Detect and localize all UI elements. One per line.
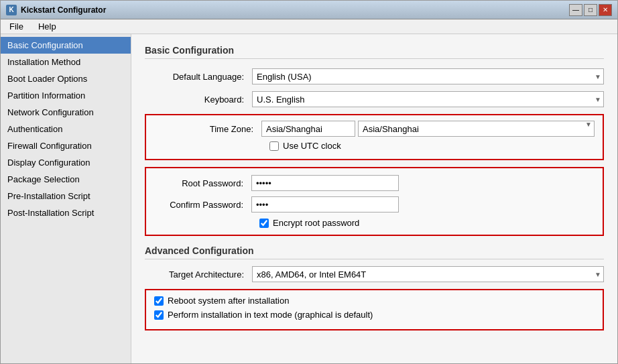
- confirm-password-label: Confirm Password:: [154, 200, 251, 210]
- minimize-button[interactable]: —: [569, 4, 582, 16]
- default-language-row: Default Language: English (USA) ▼: [145, 68, 604, 84]
- reboot-row: Reboot system after installation: [154, 296, 595, 306]
- sidebar-label-network-configuration: Network Configuration: [7, 107, 94, 117]
- target-arch-control: x86, AMD64, or Intel EM64T ▼: [252, 266, 604, 282]
- sidebar-item-firewall-configuration[interactable]: Firewall Configuration: [1, 137, 131, 154]
- target-arch-row: Target Architecture: x86, AMD64, or Inte…: [145, 266, 604, 282]
- utc-checkbox-label[interactable]: Use UTC clock: [269, 141, 595, 151]
- menu-file[interactable]: File: [3, 19, 29, 34]
- confirm-password-input[interactable]: [251, 196, 399, 213]
- sidebar-item-package-selection[interactable]: Package Selection: [1, 171, 131, 188]
- encrypt-label-text: Encrypt root password: [273, 218, 359, 228]
- title-bar: K Kickstart Configurator — □ ✕: [1, 1, 617, 19]
- root-password-input[interactable]: [251, 175, 399, 191]
- sidebar-label-boot-loader-options: Boot Loader Options: [7, 74, 87, 84]
- sidebar-item-partition-information[interactable]: Partition Information: [1, 87, 131, 104]
- text-mode-row: Perform installation in text mode (graph…: [154, 310, 595, 320]
- sidebar-label-pre-installation-script: Pre-Installation Script: [7, 191, 90, 201]
- encrypt-checkbox[interactable]: [259, 219, 269, 228]
- timezone-input[interactable]: [261, 121, 355, 137]
- main-content: Basic Configuration Installation Method …: [1, 34, 617, 363]
- sidebar-label-authentication: Authentication: [7, 124, 62, 134]
- sidebar-item-display-configuration[interactable]: Display Configuration: [1, 154, 131, 171]
- default-language-select[interactable]: English (USA): [252, 68, 604, 84]
- content-area: Basic Configuration Default Language: En…: [131, 34, 617, 363]
- timezone-select-wrapper: Asia/Shanghai ▼: [358, 121, 595, 137]
- app-icon: K: [6, 5, 17, 15]
- sidebar-label-basic-configuration: Basic Configuration: [7, 40, 83, 50]
- utc-row: Use UTC clock: [154, 141, 595, 151]
- keyboard-control: U.S. English ▼: [252, 91, 604, 107]
- close-button[interactable]: ✕: [599, 4, 612, 16]
- sidebar-item-post-installation-script[interactable]: Post-Installation Script: [1, 204, 131, 221]
- sidebar-item-installation-method[interactable]: Installation Method: [1, 54, 131, 70]
- timezone-row: Time Zone: Asia/Shanghai ▼: [154, 121, 595, 137]
- target-arch-select-wrapper: x86, AMD64, or Intel EM64T ▼: [252, 266, 604, 282]
- title-bar-left: K Kickstart Configurator: [6, 5, 106, 15]
- root-password-row: Root Password:: [154, 175, 595, 191]
- password-highlighted-box: Root Password: Confirm Password: Encrypt…: [145, 167, 604, 236]
- target-arch-label: Target Architecture:: [145, 269, 252, 280]
- keyboard-select[interactable]: U.S. English: [252, 91, 604, 107]
- basic-config-title: Basic Configuration: [145, 45, 604, 59]
- reboot-label-text: Reboot system after installation: [168, 296, 289, 306]
- keyboard-row: Keyboard: U.S. English ▼: [145, 91, 604, 107]
- sidebar-label-installation-method: Installation Method: [7, 57, 80, 67]
- sidebar: Basic Configuration Installation Method …: [1, 34, 131, 363]
- advanced-config-title: Advanced Configuration: [145, 245, 604, 259]
- sidebar-label-package-selection: Package Selection: [7, 174, 80, 184]
- text-mode-checkbox[interactable]: [154, 310, 164, 320]
- sidebar-label-post-installation-script: Post-Installation Script: [7, 208, 94, 218]
- text-mode-label-text: Perform installation in text mode (graph…: [168, 310, 373, 320]
- default-language-select-wrapper: English (USA) ▼: [252, 68, 604, 84]
- window-title: Kickstart Configurator: [21, 5, 106, 15]
- encrypt-checkbox-label[interactable]: Encrypt root password: [259, 218, 595, 228]
- sidebar-item-basic-configuration[interactable]: Basic Configuration: [1, 37, 131, 54]
- keyboard-label: Keyboard:: [145, 95, 252, 105]
- window-controls: — □ ✕: [569, 4, 612, 16]
- sidebar-label-firewall-configuration: Firewall Configuration: [7, 141, 92, 151]
- keyboard-select-wrapper: U.S. English ▼: [252, 91, 604, 107]
- utc-checkbox[interactable]: [269, 141, 279, 151]
- sidebar-item-authentication[interactable]: Authentication: [1, 121, 131, 137]
- reboot-checkbox-label[interactable]: Reboot system after installation: [154, 296, 289, 306]
- default-language-control: English (USA) ▼: [252, 68, 604, 84]
- encrypt-row: Encrypt root password: [154, 218, 595, 228]
- menu-bar: File Help: [1, 19, 617, 34]
- utc-label-text: Use UTC clock: [283, 141, 341, 151]
- sidebar-item-pre-installation-script[interactable]: Pre-Installation Script: [1, 188, 131, 204]
- menu-help[interactable]: Help: [32, 19, 62, 34]
- maximize-button[interactable]: □: [584, 4, 597, 16]
- advanced-checkboxes-box: Reboot system after installation Perform…: [145, 289, 604, 330]
- target-arch-select[interactable]: x86, AMD64, or Intel EM64T: [252, 266, 604, 282]
- sidebar-label-display-configuration: Display Configuration: [7, 158, 90, 168]
- sidebar-label-partition-information: Partition Information: [7, 90, 85, 101]
- reboot-checkbox[interactable]: [154, 296, 164, 306]
- confirm-password-row: Confirm Password:: [154, 196, 595, 213]
- text-mode-checkbox-label[interactable]: Perform installation in text mode (graph…: [154, 310, 373, 320]
- root-password-label: Root Password:: [154, 178, 251, 188]
- timezone-label: Time Zone:: [154, 124, 261, 134]
- timezone-highlighted-box: Time Zone: Asia/Shanghai ▼ Use UTC clock: [145, 114, 604, 160]
- default-language-label: Default Language:: [145, 72, 252, 82]
- main-window: K Kickstart Configurator — □ ✕ File Help…: [0, 0, 618, 364]
- sidebar-item-boot-loader-options[interactable]: Boot Loader Options: [1, 70, 131, 87]
- timezone-select[interactable]: Asia/Shanghai: [358, 121, 595, 137]
- sidebar-item-network-configuration[interactable]: Network Configuration: [1, 104, 131, 121]
